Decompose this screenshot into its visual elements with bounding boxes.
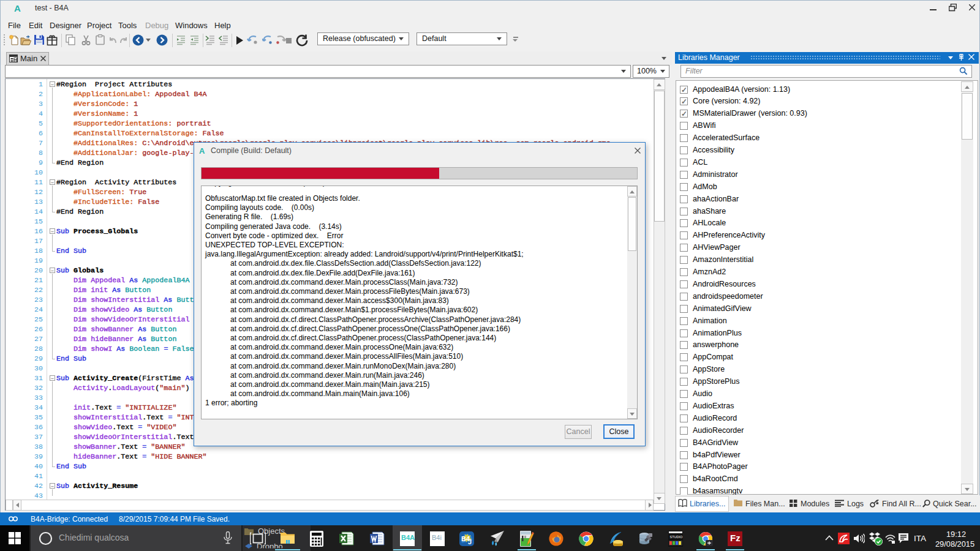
svg-text:STUDIO: STUDIO <box>670 535 684 539</box>
svg-text:J: J <box>468 538 472 545</box>
